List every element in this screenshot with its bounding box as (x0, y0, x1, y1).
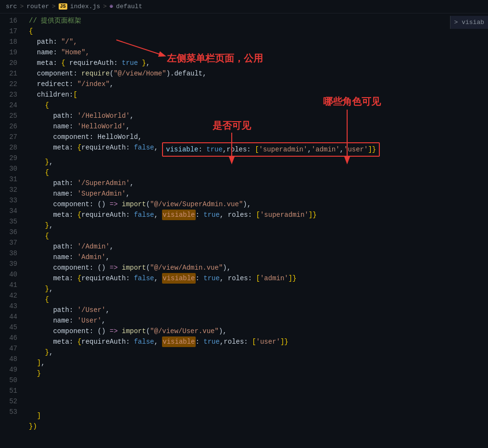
code-editor: 16 17 18 19 20 21 22 23 24 25 26 27 28 2… (0, 13, 488, 446)
code-line-51: ] (29, 411, 488, 421)
code-line-20: meta: { requireAuth: true }, (29, 58, 488, 68)
code-line-44: name: 'User', (29, 315, 488, 326)
code-line-27: component: HelloWorld, (29, 132, 488, 142)
breadcrumb-router[interactable]: router (26, 3, 49, 10)
breadcrumb: src > router > JS index.js > ⊕ default (0, 0, 488, 13)
line-numbers: 16 17 18 19 20 21 22 23 24 25 26 27 28 2… (0, 13, 25, 446)
code-line-38: name: 'Admin', (29, 252, 488, 262)
breadcrumb-file[interactable]: index.js (70, 3, 100, 10)
code-line-32: name: 'SuperAdmin', (29, 188, 488, 199)
code-line-30: { (29, 167, 488, 178)
code-line-19: name: "Home", (29, 47, 488, 58)
code-line-17: { (29, 26, 488, 37)
breadcrumb-sep2: > (52, 3, 56, 10)
code-line-47: }, (29, 347, 488, 358)
code-line-50 (29, 379, 488, 411)
code-line-25: path: '/HelloWorld', (29, 111, 488, 121)
code-line-53 (29, 432, 488, 446)
code-line-23: children:[ (29, 89, 488, 100)
code-line-39: component: () => import("@/view/Admin.vu… (29, 262, 488, 273)
code-line-21: component: require("@/view/Home").defaul… (29, 68, 488, 79)
breadcrumb-src: src (6, 3, 17, 10)
code-line-31: path: '/SuperAdmin', (29, 178, 488, 188)
code-line-28: meta: {requireAuth: false, visiable: tru… (29, 142, 488, 157)
breadcrumb-export: default (116, 3, 142, 10)
code-line-29: }, (29, 157, 488, 167)
code-line-33: component: () => import("@/view/SuperAdm… (29, 199, 488, 210)
code-line-24: { (29, 100, 488, 111)
code-line-48: ], (29, 358, 488, 368)
js-file-icon: JS (59, 3, 67, 10)
export-icon: ⊕ (110, 3, 113, 10)
breadcrumb-sep3: > (103, 3, 107, 10)
red-box-highlight: visiable: true,roles: ['superadmin','adm… (162, 142, 380, 157)
code-line-49: } (29, 368, 488, 379)
code-line-42: { (29, 294, 488, 305)
code-line-16: // 提供页面框架 (29, 15, 488, 26)
breadcrumb-sep1: > (20, 3, 24, 10)
code-line-52: }) (29, 421, 488, 432)
code-line-40: meta: {requireAuth: false, visiable: tru… (29, 273, 488, 284)
code-line-26: name: 'HelloWorld', (29, 121, 488, 132)
code-line-34: meta: {requireAuth: false, visiable: tru… (29, 210, 488, 220)
code-line-45: component: () => import("@/view/User.vue… (29, 326, 488, 336)
code-line-18: path: "/", (29, 37, 488, 47)
code-line-41: }, (29, 284, 488, 294)
code-line-35: }, (29, 220, 488, 231)
code-content: // 提供页面框架 { path: "/", name: "Home", met… (25, 13, 488, 446)
code-line-37: path: '/Admin', (29, 241, 488, 252)
code-line-43: path: '/User', (29, 305, 488, 315)
code-line-46: meta: {requireAuth: false, visiable: tru… (29, 336, 488, 347)
code-line-22: redirect: "/index", (29, 79, 488, 89)
code-line-36: { (29, 231, 488, 241)
